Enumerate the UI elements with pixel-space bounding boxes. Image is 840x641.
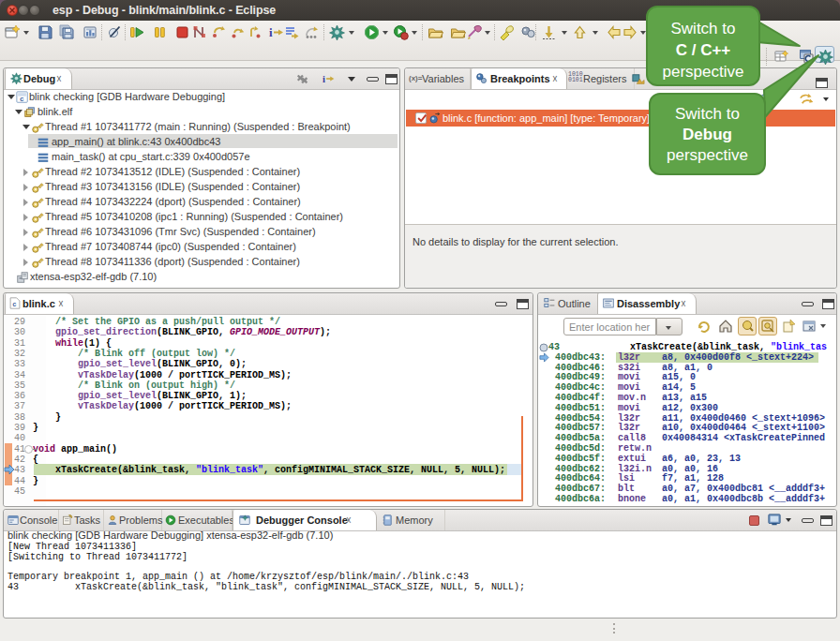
svg-text:i: i xyxy=(322,73,325,84)
svg-text:c: c xyxy=(12,301,16,308)
svg-text:c: c xyxy=(20,95,24,103)
svg-text:i: i xyxy=(269,25,273,39)
